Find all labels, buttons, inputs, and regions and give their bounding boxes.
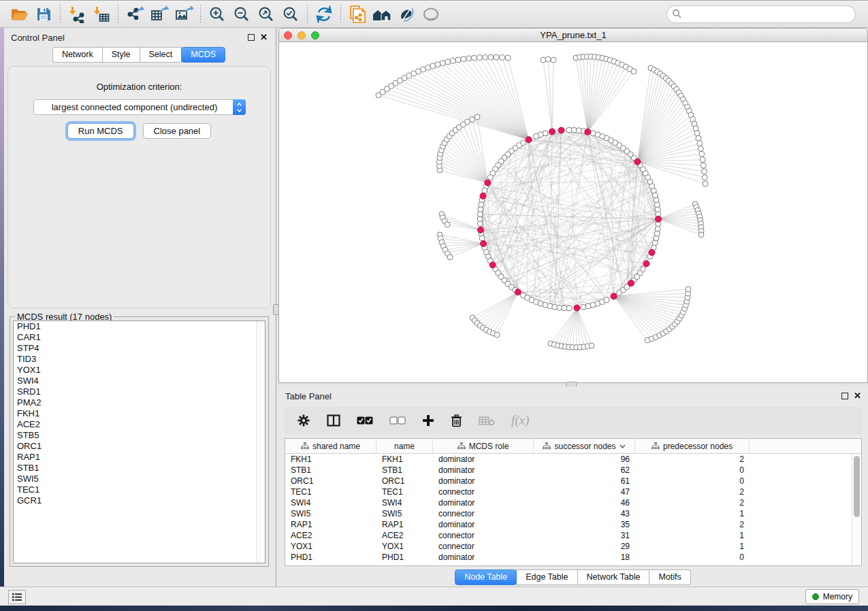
cell-shared-name[interactable]: FKH1: [285, 454, 376, 465]
cell-successor-nodes[interactable]: 35: [534, 519, 635, 530]
cell-mcds-role[interactable]: dominator: [433, 465, 534, 476]
table-scrollbar-thumb[interactable]: [854, 456, 860, 517]
mcds-result-item[interactable]: ORC1: [14, 441, 265, 452]
task-history-button[interactable]: [8, 590, 26, 604]
network-node[interactable]: [471, 55, 477, 61]
mcds-result-item[interactable]: YOX1: [14, 365, 265, 376]
network-node[interactable]: [701, 169, 707, 174]
cell-shared-name[interactable]: RAP1: [285, 519, 376, 530]
network-node[interactable]: [447, 254, 453, 260]
network-canvas[interactable]: [279, 42, 867, 382]
mcds-result-item[interactable]: PHD1: [14, 321, 265, 332]
table-row[interactable]: TEC1TEC1connector472: [285, 486, 861, 497]
network-node[interactable]: [435, 62, 440, 67]
import-table-button[interactable]: [89, 3, 114, 26]
cell-successor-nodes[interactable]: 62: [534, 465, 635, 476]
cell-predecessor-nodes[interactable]: 1: [635, 541, 750, 552]
mcds-node[interactable]: [628, 280, 634, 286]
mcds-node[interactable]: [656, 216, 662, 222]
network-node[interactable]: [541, 57, 546, 63]
cell-mcds-role[interactable]: connector: [433, 541, 534, 552]
mcds-result-item[interactable]: RAP1: [14, 452, 265, 463]
cell-shared-name[interactable]: ORC1: [285, 476, 376, 486]
cell-shared-name[interactable]: STB1: [285, 465, 376, 476]
cell-mcds-role[interactable]: dominator: [433, 497, 534, 508]
network-node[interactable]: [566, 127, 572, 133]
network-node[interactable]: [440, 61, 445, 66]
network-node[interactable]: [545, 56, 551, 62]
mcds-result-item[interactable]: TID3: [14, 354, 265, 365]
network-node[interactable]: [445, 222, 450, 227]
network-node[interactable]: [697, 141, 703, 146]
mcds-node[interactable]: [558, 127, 564, 133]
network-node[interactable]: [551, 57, 556, 63]
mcds-result-item[interactable]: GCR1: [14, 495, 265, 506]
cell-shared-name[interactable]: TEC1: [285, 486, 376, 497]
mcds-node[interactable]: [634, 159, 641, 165]
toggle-panes-button[interactable]: [327, 414, 340, 427]
mcds-node[interactable]: [477, 227, 483, 233]
cell-shared-name[interactable]: YOX1: [285, 541, 376, 552]
network-node[interactable]: [477, 55, 482, 61]
first-neighbors-button[interactable]: [370, 3, 394, 26]
mcds-result-item[interactable]: FKH1: [14, 408, 265, 419]
select-all-button[interactable]: [357, 416, 373, 425]
mcds-result-item[interactable]: PMA2: [14, 397, 265, 408]
cell-predecessor-nodes[interactable]: 2: [635, 454, 750, 465]
mcds-node[interactable]: [489, 262, 496, 268]
close-panel-icon[interactable]: ✕: [854, 393, 861, 399]
mcds-result-item[interactable]: STP4: [14, 343, 265, 354]
cell-mcds-role[interactable]: dominator: [433, 454, 534, 465]
mcds-result-item[interactable]: ACE2: [14, 419, 265, 430]
cell-predecessor-nodes[interactable]: 0: [635, 465, 750, 476]
tab-mcds[interactable]: MCDS: [181, 47, 225, 63]
network-node[interactable]: [466, 56, 472, 61]
network-node[interactable]: [703, 181, 708, 186]
network-node[interactable]: [604, 297, 609, 303]
column-header-mcds-role[interactable]: MCDS role: [433, 439, 534, 453]
table-row[interactable]: ACE2ACE2connector311: [285, 530, 861, 541]
network-node[interactable]: [631, 69, 637, 74]
mcds-node[interactable]: [526, 137, 532, 143]
cell-successor-nodes[interactable]: 61: [534, 476, 635, 486]
cell-name[interactable]: ORC1: [376, 476, 433, 486]
network-node[interactable]: [694, 131, 700, 136]
tab-edge-table[interactable]: Edge Table: [516, 569, 577, 585]
cell-name[interactable]: STB1: [376, 465, 433, 476]
criterion-select[interactable]: largest connected component (undirected): [33, 99, 246, 115]
cell-successor-nodes[interactable]: 31: [534, 530, 635, 541]
cell-mcds-role[interactable]: dominator: [433, 519, 534, 530]
cell-shared-name[interactable]: PHD1: [285, 552, 376, 563]
table-row[interactable]: SWI4SWI4dominator462: [285, 497, 861, 508]
cell-mcds-role[interactable]: dominator: [433, 476, 534, 486]
network-node[interactable]: [566, 306, 572, 311]
network-window-titlebar[interactable]: YPA_prune.txt_1: [278, 28, 868, 42]
mcds-node[interactable]: [480, 193, 486, 199]
create-column-button[interactable]: [422, 414, 434, 427]
network-node[interactable]: [461, 56, 466, 62]
network-node[interactable]: [686, 286, 691, 292]
float-panel-icon[interactable]: [841, 393, 848, 399]
memory-button[interactable]: Memory: [805, 589, 859, 604]
tab-network-table[interactable]: Network Table: [577, 569, 650, 585]
cell-successor-nodes[interactable]: 29: [534, 541, 635, 552]
table-row[interactable]: YOX1YOX1connector291: [285, 541, 861, 552]
network-node[interactable]: [455, 57, 461, 63]
network-node[interactable]: [494, 54, 499, 60]
cell-name[interactable]: RAP1: [376, 519, 433, 530]
export-network-button[interactable]: [123, 3, 147, 26]
cell-mcds-role[interactable]: connector: [433, 486, 534, 497]
network-node[interactable]: [494, 332, 500, 337]
table-row[interactable]: SWI5SWI5connector431: [285, 508, 861, 519]
mcds-node[interactable]: [481, 241, 487, 247]
cell-name[interactable]: SWI5: [376, 508, 433, 519]
cell-successor-nodes[interactable]: 18: [534, 552, 635, 563]
column-header-name[interactable]: name: [376, 439, 433, 453]
mcds-node[interactable]: [643, 261, 649, 267]
mcds-result-item[interactable]: STB1: [14, 463, 265, 474]
network-node[interactable]: [488, 54, 494, 60]
network-node[interactable]: [698, 232, 704, 237]
cell-mcds-role[interactable]: connector: [433, 530, 534, 541]
deselect-all-button[interactable]: [389, 416, 406, 425]
cell-predecessor-nodes[interactable]: 1: [635, 508, 750, 519]
